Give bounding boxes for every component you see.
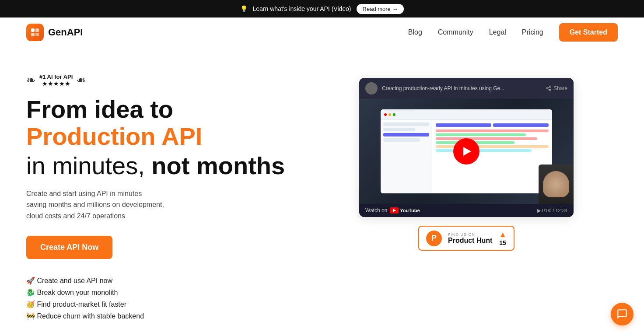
video-body [359, 99, 574, 204]
navbar: GenAPI Blog Community Legal Pricing Get … [0, 18, 644, 47]
video-title: Creating production-ready API in minutes… [382, 85, 546, 91]
svg-rect-0 [31, 28, 35, 32]
top-banner: 💡 Learn what's inside your API (Video) R… [0, 0, 644, 18]
play-button-overlay[interactable] [359, 99, 574, 204]
nav-links: Blog Community Legal Pricing Get Started [408, 23, 618, 42]
svg-rect-2 [31, 33, 35, 36]
create-api-button[interactable]: Create API Now [26, 236, 112, 259]
banner-icon: 💡 [240, 5, 248, 12]
vote-count: 15 [499, 239, 506, 246]
product-hunt-text: FIND US ON Product Hunt [448, 232, 492, 245]
product-hunt-name: Product Hunt [448, 237, 492, 245]
headline: From idea to Production API in minutes, … [26, 96, 289, 179]
video-footer: Watch on YouTube ▶ 0:00 / 12:34 [359, 204, 574, 217]
feature-item-1: 🚀 Create and use API now [26, 276, 289, 285]
feature-item-3: 🥳 Find product-market fit faster [26, 300, 289, 308]
watch-on: Watch on YouTube [365, 207, 420, 214]
video-container[interactable]: Creating production-ready API in minutes… [359, 78, 574, 217]
video-avatar [365, 82, 378, 94]
desc-line2: saving months and millions on developmen… [26, 201, 164, 208]
svg-line-7 [548, 89, 550, 90]
headline-line3-bold: not months [151, 152, 285, 179]
vote-arrow: ▲ [499, 230, 507, 239]
read-more-button[interactable]: Read more → [357, 4, 404, 14]
share-button[interactable]: Share [546, 85, 567, 91]
logo-text: GenAPI [48, 27, 83, 38]
headline-orange: Production API [26, 123, 289, 150]
award-title: #1 AI for API [39, 74, 73, 80]
nav-pricing[interactable]: Pricing [522, 28, 543, 36]
product-hunt-logo: P [426, 231, 442, 246]
product-hunt-badge[interactable]: P FIND US ON Product Hunt ▲ 15 [418, 226, 514, 251]
svg-point-4 [550, 86, 551, 88]
svg-point-6 [550, 89, 551, 91]
hero-left: ❧ #1 AI for API ★★★★★ ❧ From idea to Pro… [26, 74, 289, 320]
watch-on-label: Watch on [365, 207, 387, 214]
logo[interactable]: GenAPI [26, 24, 83, 41]
get-started-button[interactable]: Get Started [559, 23, 618, 42]
nav-community[interactable]: Community [438, 28, 473, 36]
nav-legal[interactable]: Legal [489, 28, 506, 36]
award-badge: ❧ #1 AI for API ★★★★★ ❧ [26, 74, 289, 87]
hero-description: Create and start using API in minutes sa… [26, 188, 289, 222]
hero-right: Creating production-ready API in minutes… [315, 74, 618, 251]
video-controls: ▶ 0:00 / 12:34 [537, 208, 567, 214]
svg-point-5 [546, 88, 548, 89]
product-hunt-find: FIND US ON [448, 232, 492, 237]
desc-line3: cloud costs and 24/7 operations [26, 212, 125, 220]
play-button[interactable] [453, 138, 480, 164]
desc-line1: Create and start using API in minutes [26, 190, 142, 197]
logo-icon [26, 24, 44, 41]
youtube-logo: YouTube [390, 207, 420, 214]
banner-text: Learn what's inside your API (Video) [253, 5, 351, 12]
laurel-right: ❧ [76, 74, 86, 87]
feature-item-4: 🚧 Reduce churn with stable backend [26, 312, 289, 320]
award-stars: ★★★★★ [39, 80, 73, 87]
svg-rect-3 [35, 33, 39, 36]
share-label: Share [553, 85, 567, 91]
award-text: #1 AI for API ★★★★★ [39, 74, 73, 87]
feature-item-2: 🐉 Break down your monolith [26, 288, 289, 297]
youtube-icon [390, 207, 399, 214]
feature-list: 🚀 Create and use API now 🐉 Break down yo… [26, 276, 289, 320]
svg-line-8 [548, 87, 550, 88]
nav-blog[interactable]: Blog [408, 28, 422, 36]
video-header: Creating production-ready API in minutes… [359, 78, 574, 99]
chat-button[interactable] [611, 303, 634, 326]
laurel-left: ❧ [26, 74, 36, 87]
youtube-text: YouTube [400, 208, 420, 213]
chat-icon [616, 308, 628, 320]
product-hunt-votes: ▲ 15 [499, 230, 507, 246]
headline-line3-normal: in minutes, [26, 152, 151, 179]
hero-section: ❧ #1 AI for API ★★★★★ ❧ From idea to Pro… [0, 47, 644, 336]
headline-line1: From idea to [26, 95, 173, 123]
svg-rect-1 [35, 28, 39, 32]
